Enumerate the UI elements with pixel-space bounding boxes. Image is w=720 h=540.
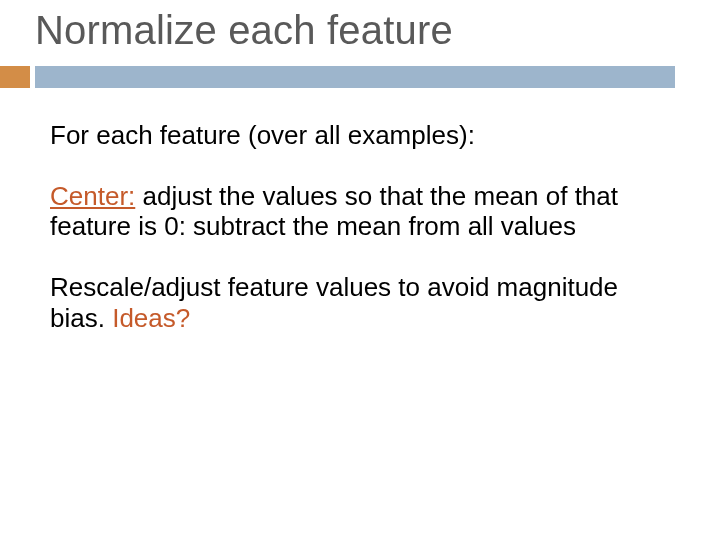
center-label: Center: — [50, 181, 135, 211]
center-text: adjust the values so that the mean of th… — [50, 181, 618, 242]
paragraph-rescale: Rescale/adjust feature values to avoid m… — [50, 272, 650, 333]
divider-bar — [0, 66, 720, 88]
slide: Normalize each feature For each feature … — [0, 0, 720, 540]
paragraph-intro: For each feature (over all examples): — [50, 120, 650, 151]
paragraph-center: Center: adjust the values so that the me… — [50, 181, 650, 242]
accent-block-orange — [0, 66, 30, 88]
slide-body: For each feature (over all examples): Ce… — [50, 120, 650, 363]
accent-block-blue — [35, 66, 675, 88]
slide-title: Normalize each feature — [35, 8, 453, 53]
ideas-text: Ideas? — [112, 303, 190, 333]
